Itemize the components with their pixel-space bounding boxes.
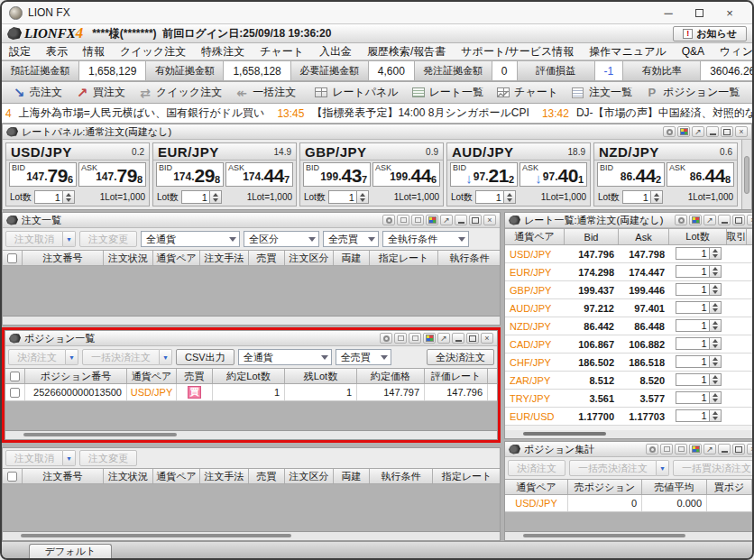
- column-header-3[interactable]: 売買: [177, 369, 213, 383]
- ask-quote-button[interactable]: ASK↓97.401: [520, 162, 587, 187]
- filter-condition-select[interactable]: 全執行条件: [382, 231, 469, 247]
- orders-close-icon[interactable]: ×: [483, 215, 496, 225]
- summary-column-4[interactable]: 買ポジ: [707, 480, 752, 494]
- menu-item-11[interactable]: Q&A: [682, 45, 704, 58]
- column-header-3[interactable]: 通貨ペア: [153, 469, 200, 483]
- lot-stepper[interactable]: [710, 301, 722, 314]
- ask-cell[interactable]: 97.401: [619, 303, 669, 314]
- row-checkbox[interactable]: [10, 388, 20, 398]
- filter-side-select[interactable]: 全売買: [336, 349, 391, 365]
- close-order-dropdown-icon[interactable]: ▼: [66, 349, 78, 365]
- position-summary-palette-icon[interactable]: [689, 444, 702, 454]
- close-order-dropdown-icon[interactable]: ▼: [160, 349, 172, 365]
- lot-input[interactable]: 1: [676, 265, 710, 278]
- lot-stepper[interactable]: [63, 190, 75, 204]
- ask-cell[interactable]: 1.17703: [619, 411, 669, 422]
- lot-stepper[interactable]: [710, 283, 722, 296]
- tab-default-layout[interactable]: デフォルト: [29, 544, 112, 558]
- toolbar-batch-order-button[interactable]: ↞一括注文: [228, 83, 302, 103]
- close-order-button[interactable]: 決済注文: [8, 349, 66, 365]
- rate-list-palette-icon[interactable]: [689, 215, 702, 225]
- position-summary-maximize-icon[interactable]: [732, 444, 745, 454]
- rate-list-row[interactable]: USD/JPY147.796147.7981: [505, 245, 752, 263]
- position-summary-gear-icon[interactable]: [646, 444, 658, 454]
- order-button[interactable]: 注文変更: [79, 231, 137, 247]
- column-header-2[interactable]: 通貨ペア: [127, 369, 177, 383]
- close-order-button[interactable]: CSV出力: [176, 349, 234, 365]
- bid-cell[interactable]: 106.867: [565, 339, 619, 350]
- lot-input[interactable]: 1: [676, 319, 710, 332]
- ask-cell[interactable]: 174.447: [619, 267, 669, 278]
- column-header-5[interactable]: 売買: [249, 251, 285, 265]
- column-header-1[interactable]: 注文番号: [23, 251, 104, 265]
- summary-button[interactable]: 一括買決済注文: [673, 460, 752, 476]
- menu-item-2[interactable]: 表示: [46, 44, 68, 60]
- column-header-7[interactable]: 両建: [334, 251, 370, 265]
- rate-list-detach-icon[interactable]: ↗: [703, 215, 716, 225]
- rate-list-row[interactable]: CAD/JPY106.867106.8821: [505, 335, 752, 353]
- orders-palette-icon[interactable]: [426, 215, 438, 225]
- rate-list-gear-icon[interactable]: [675, 215, 687, 225]
- positions-pin-icon[interactable]: [394, 333, 407, 344]
- summary-button[interactable]: 決済注文: [508, 460, 566, 476]
- summary-hscrollbar[interactable]: [505, 532, 752, 540]
- column-header-6[interactable]: 約定価格: [357, 369, 425, 383]
- orders-gear-icon[interactable]: [382, 215, 395, 225]
- toolbar-rate-panel-button[interactable]: レートパネル: [308, 83, 404, 103]
- orders-detach-icon[interactable]: ↗: [440, 215, 453, 225]
- order-dropdown-icon[interactable]: ▼: [63, 450, 76, 466]
- rate-list-row[interactable]: ZAR/JPY8.5128.5201: [505, 372, 752, 390]
- notice-button[interactable]: ! お知らせ: [673, 26, 747, 41]
- column-header-4[interactable]: 注文手法: [200, 251, 249, 265]
- rate-panel-detach-icon[interactable]: ↗: [692, 126, 704, 137]
- filter-currency-select[interactable]: 全通貨: [141, 231, 240, 247]
- bid-quote-button[interactable]: BID86.442: [597, 162, 665, 187]
- orders-pin-icon[interactable]: [397, 215, 409, 225]
- toolbar-sell-order-button[interactable]: ↘売注文: [5, 83, 69, 103]
- lot-input[interactable]: 1: [676, 247, 710, 260]
- rate-panel-close-icon[interactable]: ×: [735, 126, 748, 137]
- lot-stepper[interactable]: [210, 190, 222, 204]
- summary-dropdown-icon[interactable]: ▼: [657, 460, 669, 476]
- rate-list-column-4[interactable]: Lot数: [669, 229, 727, 244]
- menu-item-3[interactable]: 情報: [83, 44, 105, 60]
- order-dropdown-icon[interactable]: ▼: [63, 231, 76, 247]
- ask-quote-button[interactable]: ASK199.446: [372, 162, 440, 187]
- positions-maximize-icon[interactable]: [466, 333, 479, 344]
- position-row[interactable]: 2526600000013500USD/JPY買11147.797147.796: [5, 384, 497, 401]
- summary-row[interactable]: USD/JPY00.000: [505, 495, 752, 512]
- bid-cell[interactable]: 147.796: [565, 249, 619, 260]
- bid-quote-button[interactable]: BID147.796: [9, 162, 77, 187]
- toolbar-rate-list-button[interactable]: レート一覧: [405, 83, 491, 103]
- column-header-6[interactable]: 注文区分: [285, 469, 334, 483]
- rate-list-row[interactable]: GBP/JPY199.437199.4461: [505, 281, 752, 299]
- menu-item-4[interactable]: クイック注文: [120, 44, 186, 60]
- menu-item-10[interactable]: 操作マニュアル: [589, 44, 666, 60]
- lot-stepper[interactable]: [710, 247, 722, 260]
- toolbar-position-list-button[interactable]: Pポジション一覧: [639, 83, 746, 103]
- close-all-positions-button[interactable]: 全決済注文: [427, 349, 494, 365]
- bid-cell[interactable]: 199.437: [565, 285, 619, 296]
- lot-stepper[interactable]: [710, 265, 722, 278]
- ask-cell[interactable]: 8.520: [619, 375, 669, 386]
- lot-stepper[interactable]: [710, 355, 722, 368]
- column-header-2[interactable]: 注文状況: [104, 251, 153, 265]
- rate-list-column-5[interactable]: 取引: [727, 229, 747, 244]
- lot-stepper[interactable]: [710, 373, 722, 386]
- lot-stepper[interactable]: [710, 319, 722, 332]
- lot-input[interactable]: 1: [328, 190, 357, 204]
- positions-minimize-icon[interactable]: [452, 333, 464, 344]
- position-summary-detach-icon[interactable]: ↗: [703, 444, 716, 454]
- column-header-1[interactable]: 注文番号: [23, 469, 104, 483]
- rate-list-row[interactable]: CHF/JPY186.502186.5181: [505, 353, 752, 372]
- lot-stepper[interactable]: [357, 190, 369, 204]
- lot-input[interactable]: 1: [676, 355, 710, 368]
- toolbar-quick-order-button[interactable]: ⇄クイック注文: [132, 83, 228, 103]
- summary-column-2[interactable]: 売ポジション: [568, 480, 642, 494]
- column-header-6[interactable]: 注文区分: [285, 251, 334, 265]
- bid-quote-button[interactable]: BID199.437: [303, 162, 371, 187]
- lot-stepper[interactable]: [651, 190, 663, 204]
- maximize-window-icon[interactable]: [684, 4, 714, 22]
- order-button[interactable]: 注文変更: [79, 450, 137, 466]
- summary-column-1[interactable]: 通貨ペア: [505, 480, 568, 494]
